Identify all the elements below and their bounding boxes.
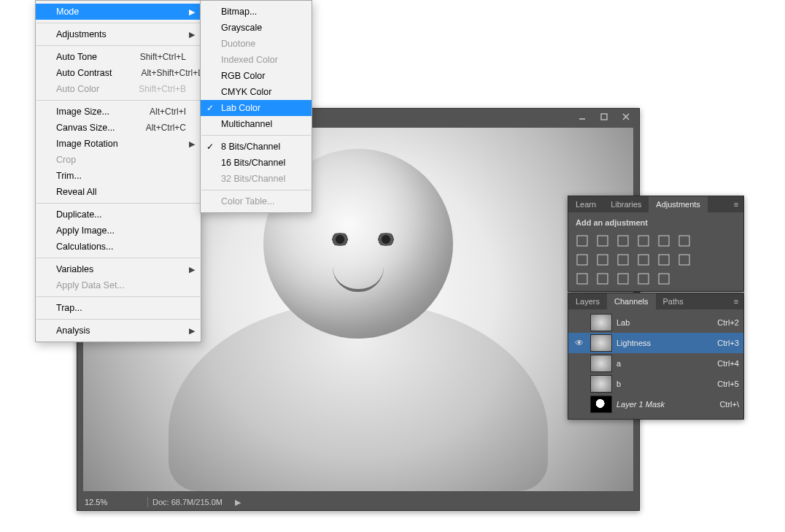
menu-item-canvas-size[interactable]: Canvas Size...Alt+Ctrl+C	[36, 120, 201, 136]
tab-paths[interactable]: Paths	[656, 293, 691, 309]
tab-libraries[interactable]: Libraries	[603, 196, 649, 212]
menu-item-multichannel[interactable]: Multichannel	[201, 116, 312, 132]
menu-item-grayscale[interactable]: Grayscale	[201, 20, 312, 36]
channel-row-layer-1-mask[interactable]: Layer 1 MaskCtrl+\	[568, 394, 743, 415]
channel-row-b[interactable]: bCtrl+5	[568, 374, 743, 394]
menu-item-auto-color: Auto ColorShift+Ctrl+B	[36, 81, 201, 97]
brightness-contrast-icon[interactable]	[576, 234, 589, 247]
menu-item-shortcut: Shift+Ctrl+B	[109, 84, 186, 94]
svg-rect-17	[598, 274, 608, 284]
color-balance-icon[interactable]	[596, 253, 609, 266]
submenu-arrow-icon: ▶	[189, 326, 195, 336]
hue-sat-icon[interactable]	[576, 253, 589, 266]
tab-channels[interactable]: Channels	[607, 293, 655, 309]
channel-row-lab[interactable]: LabCtrl+2	[568, 312, 743, 333]
channel-name: Lab	[616, 318, 698, 327]
channel-row-a[interactable]: aCtrl+4	[568, 353, 743, 374]
minimize-button[interactable]	[572, 110, 592, 123]
svg-rect-15	[679, 255, 689, 265]
menu-item-analysis[interactable]: Analysis▶	[36, 323, 201, 339]
menu-item-mode[interactable]: Mode▶	[36, 4, 201, 20]
svg-rect-18	[618, 274, 628, 284]
status-menu-arrow[interactable]: ▶	[233, 498, 243, 507]
levels-icon[interactable]	[596, 234, 609, 247]
svg-rect-19	[638, 274, 649, 284]
gradient-map-icon[interactable]	[616, 272, 630, 285]
menu-item-calculations[interactable]: Calculations...	[36, 239, 201, 255]
vibrance-icon[interactable]	[657, 234, 670, 247]
exposure-icon[interactable]	[637, 234, 650, 247]
photo-filter-icon[interactable]	[616, 253, 630, 266]
menu-item-adjustments[interactable]: Adjustments▶	[36, 26, 201, 42]
menu-item-label: Duotone	[221, 39, 255, 49]
menu-item-label: Multichannel	[221, 119, 272, 129]
color-lookup-icon[interactable]	[657, 253, 670, 266]
menu-item-label: Indexed Color	[221, 55, 278, 65]
svg-rect-14	[659, 255, 669, 265]
tab-adjustments[interactable]: Adjustments	[649, 196, 708, 212]
menu-item-label: Image Size...	[56, 107, 109, 117]
svg-rect-9	[679, 236, 689, 246]
menu-item-label: Mode	[56, 7, 79, 17]
menu-item-trim[interactable]: Trim...	[36, 168, 201, 184]
menu-item-label: Reveal All	[56, 187, 97, 197]
menu-item-label: Grayscale	[221, 23, 262, 33]
channel-row-lightness[interactable]: 👁LightnessCtrl+3	[568, 333, 743, 353]
menu-item-label: Duplicate...	[56, 209, 102, 220]
menu-item-reveal-all[interactable]: Reveal All	[36, 184, 201, 200]
panel-menu-button[interactable]: ≡	[729, 196, 743, 212]
channel-name: a	[616, 359, 698, 368]
menu-item-label: Auto Tone	[56, 52, 97, 62]
maximize-button[interactable]	[594, 110, 614, 123]
menu-item-rgb-color[interactable]: RGB Color	[201, 68, 312, 84]
menu-item-cmyk-color[interactable]: CMYK Color	[201, 84, 312, 100]
svg-rect-6	[618, 236, 628, 246]
tab-layers[interactable]: Layers	[568, 293, 607, 309]
adjustments-tabs: Learn Libraries Adjustments ≡	[568, 196, 743, 212]
zoom-level[interactable]: 12.5%	[77, 498, 143, 506]
channel-thumbnail	[590, 334, 612, 352]
threshold-icon[interactable]	[596, 272, 609, 285]
menu-item-16-bits-channel[interactable]: 16 Bits/Channel	[201, 155, 312, 171]
menu-item-auto-contrast[interactable]: Auto ContrastAlt+Shift+Ctrl+L	[36, 65, 201, 81]
menu-item-8-bits-channel[interactable]: ✓8 Bits/Channel	[201, 139, 312, 155]
menu-item-label: 32 Bits/Channel	[221, 174, 285, 184]
menu-item-duplicate[interactable]: Duplicate...	[36, 207, 201, 223]
menu-item-shortcut: Alt+Ctrl+C	[117, 123, 186, 133]
posterize-icon[interactable]	[678, 253, 691, 266]
channel-name: Lightness	[616, 339, 698, 347]
submenu-arrow-icon: ▶	[189, 139, 195, 149]
invert-icon[interactable]	[576, 272, 589, 285]
menu-item-trap[interactable]: Trap...	[36, 300, 201, 316]
menu-item-label: Auto Color	[56, 84, 99, 94]
curves-icon[interactable]	[616, 234, 630, 247]
menu-item-bitmap[interactable]: Bitmap...	[201, 4, 312, 20]
tab-learn[interactable]: Learn	[568, 196, 603, 212]
menu-item-label: Variables	[56, 264, 93, 274]
menu-item-label: Crop	[56, 155, 76, 165]
menu-item-image-rotation[interactable]: Image Rotation▶	[36, 136, 201, 152]
menu-item-image-size[interactable]: Image Size...Alt+Ctrl+I	[36, 104, 201, 120]
image-menu: Mode▶Adjustments▶Auto ToneShift+Ctrl+LAu…	[35, 0, 201, 342]
menu-item-auto-tone[interactable]: Auto ToneShift+Ctrl+L	[36, 49, 201, 65]
doc-size: Doc: 68.7M/215.0M	[152, 498, 223, 506]
panel-menu-button[interactable]: ≡	[729, 293, 743, 309]
channel-name: b	[616, 379, 698, 388]
channel-thumbnail	[590, 314, 612, 331]
channels-panel: Layers Channels Paths ≡ LabCtrl+2👁Lightn…	[568, 293, 744, 420]
visibility-toggle[interactable]: 👁	[573, 338, 586, 348]
svg-rect-8	[659, 236, 669, 246]
menu-item-lab-color[interactable]: ✓Lab Color	[201, 100, 312, 116]
channel-shortcut: Ctrl+2	[703, 318, 739, 327]
adjustments-heading: Add an adjustment	[576, 218, 736, 227]
black-white-icon[interactable]	[678, 234, 691, 247]
close-button[interactable]	[616, 110, 636, 123]
menu-item-variables[interactable]: Variables▶	[36, 261, 201, 277]
solid-fill-icon[interactable]	[657, 272, 670, 285]
menu-item-label: Bitmap...	[221, 7, 257, 17]
menu-item-apply-image[interactable]: Apply Image...	[36, 223, 201, 239]
channel-mixer-icon[interactable]	[637, 253, 650, 266]
menu-item-label: Trap...	[56, 303, 82, 313]
selective-color-icon[interactable]	[637, 272, 650, 285]
submenu-arrow-icon: ▶	[189, 30, 195, 39]
